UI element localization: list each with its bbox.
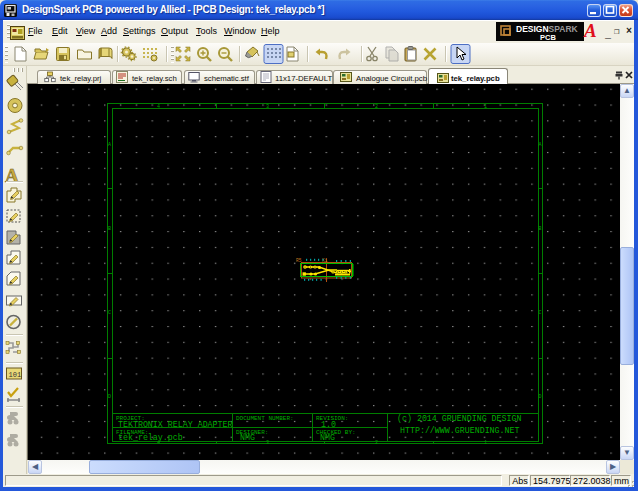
svg-text:4: 4 <box>157 104 160 110</box>
svg-text:HTTP://WWW.GRUENDING.NET: HTTP://WWW.GRUENDING.NET <box>400 426 520 435</box>
svg-text:DOCUMENT NUMBER:: DOCUMENT NUMBER: <box>236 415 294 422</box>
svg-text:C: C <box>539 310 542 316</box>
svg-text:3: 3 <box>266 440 269 446</box>
svg-text:D: D <box>108 394 111 400</box>
svg-text:3: 3 <box>266 104 269 110</box>
svg-text:B: B <box>539 226 542 232</box>
svg-text:2: 2 <box>375 440 378 446</box>
svg-text:101: 101 <box>9 371 22 379</box>
svg-text:B: B <box>108 226 111 232</box>
svg-text:1.0: 1.0 <box>321 420 336 429</box>
svg-text:C: C <box>108 310 111 316</box>
svg-text:NMG: NMG <box>320 433 335 442</box>
svg-text:tek_relay.pcb: tek_relay.pcb <box>118 433 183 442</box>
svg-text:1: 1 <box>484 440 487 446</box>
svg-text:(c) 2014 GRUENDING DESIGN: (c) 2014 GRUENDING DESIGN <box>397 414 521 423</box>
svg-text:1: 1 <box>484 104 487 110</box>
svg-text:A: A <box>539 142 542 148</box>
svg-text:2: 2 <box>375 104 378 110</box>
svg-text:NMG: NMG <box>240 433 255 442</box>
svg-text:TEKTRONIX RELAY ADAPTER: TEKTRONIX RELAY ADAPTER <box>118 420 233 429</box>
svg-text:R5: R5 <box>296 258 302 263</box>
svg-text:A: A <box>108 142 111 148</box>
svg-text:D: D <box>539 394 542 400</box>
